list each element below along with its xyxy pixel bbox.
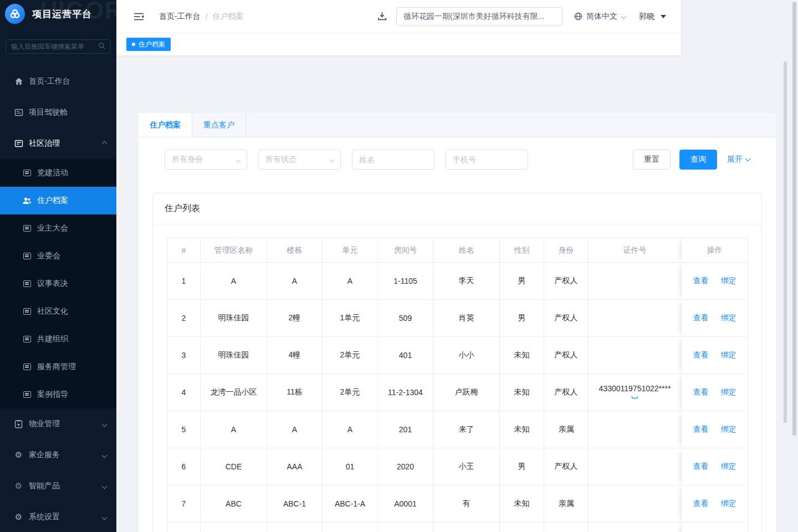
cell-index: 5 [167,411,201,448]
view-link[interactable]: 查看 [693,499,709,508]
cell-room [378,523,433,532]
menu-search-input[interactable] [11,43,98,50]
logo-icon [5,4,25,24]
sidebar-group-home-services[interactable]: ⚙ 家企服务 [0,439,116,470]
sidebar-item-case-guidance[interactable]: 案例指导 [0,381,116,408]
sidebar-item-home[interactable]: 首页-工作台 [0,66,116,97]
sidebar-item-service-provider[interactable]: 服务商管理 [0,353,116,381]
cell-building: 4幢 [267,337,323,374]
outer-scrollbar-thumb[interactable] [792,2,796,436]
sidebar-item-resident-archive[interactable]: 住户档案 [0,187,116,214]
view-link[interactable]: 查看 [693,276,709,285]
sidebar-item-community-culture[interactable]: 社区文化 [0,298,116,325]
cell-id-number [589,300,682,337]
doc-icon [22,253,32,259]
cell-identity: 产权人 [544,374,589,411]
dashboard-icon [14,108,23,117]
sidebar-item-co-building-org[interactable]: 共建组织 [0,325,116,353]
cell-name [433,523,500,532]
cell-building: ABC-1 [267,485,323,523]
topbar-row: 首页-工作台 / 住户档案 循环花园一期(深圳市美好循环科技有限... [116,0,681,33]
bind-link[interactable]: 绑定 [720,313,736,322]
sidebar-menu-search[interactable] [6,39,111,54]
eye-invisible-icon[interactable] [631,395,639,401]
app-root: HIGORE 项目运营平台 首页-工作台 [0,0,798,532]
bind-link[interactable]: 绑定 [720,387,736,396]
identity-select[interactable]: 所有身份 [165,150,247,170]
expand-link[interactable]: 展开 [727,155,750,165]
sub-item-label: 议事表决 [37,279,68,289]
phone-input[interactable] [453,155,521,164]
gear-outline-icon: ⚙ [14,482,23,490]
sidebar-item-owners-committee[interactable]: 业委会 [0,242,116,270]
cell-building: A [267,411,323,448]
clipboard-heart-icon [14,420,23,428]
bind-link[interactable]: 绑定 [720,350,736,359]
sidebar-item-label: 首页-工作台 [29,76,70,86]
table-row: 3 明珠佳园 4幢 2单元 401 小小 未知 产权人 查看 绑定 [167,337,748,374]
cell-id-number [589,523,682,532]
active-page-tag[interactable]: 住户档案 [126,38,171,51]
view-link[interactable]: 查看 [693,387,709,396]
sidebar-item-owners-meeting[interactable]: 业主大会 [0,214,116,242]
user-name: 郭晓 [639,12,654,22]
sidebar-group-smart-products[interactable]: ⚙ 智能产品 [0,470,116,502]
table-row: 8 查看 绑定 [167,523,748,532]
search-icon [98,42,105,51]
bind-link[interactable]: 绑定 [720,276,736,285]
chevron-down-icon [621,14,627,19]
home-icon [14,77,23,86]
sidebar-group-system-settings[interactable]: ⚙ 系统设置 [0,502,116,532]
chevron-down-icon [102,514,108,520]
cell-room: A0001 [378,485,433,523]
sidebar: HIGORE 项目运营平台 首页-工作台 [0,0,116,532]
cell-gender: 未知 [500,374,544,411]
search-button[interactable]: 查询 [679,150,717,170]
sub-item-label: 案例指导 [37,390,68,400]
caret-down-icon [661,15,666,18]
column-header: 操作 [682,238,748,263]
column-header: 房间号 [378,238,433,263]
view-link[interactable]: 查看 [693,424,709,433]
cell-index: 2 [167,300,201,337]
breadcrumb-home[interactable]: 首页-工作台 [159,12,201,22]
reset-button[interactable]: 重置 [633,150,671,170]
view-link[interactable]: 查看 [693,313,709,322]
status-select[interactable]: 所有状态 [258,150,341,170]
view-link[interactable]: 查看 [693,462,709,470]
phone-field-wrap [446,150,528,170]
cell-identity: 产权人 [544,337,589,374]
column-header: # [167,238,201,263]
cell-building: 11栋 [267,374,323,411]
cell-identity: 亲属 [544,485,589,523]
bind-link[interactable]: 绑定 [720,462,736,470]
sidebar-item-party-activity[interactable]: 党建活动 [0,159,116,187]
name-input[interactable] [359,155,427,164]
tab-resident-archive[interactable]: 住户档案 [139,113,192,137]
bind-link[interactable]: 绑定 [720,424,736,433]
cell-unit: 2单元 [323,374,378,411]
tab-key-customers[interactable]: 重点客户 [192,113,246,137]
content-area: 住户档案 重点客户 所有身份 所有状态 [116,55,798,532]
sidebar-item-deliberation-vote[interactable]: 议事表决 [0,270,116,298]
sidebar-group-property[interactable]: 物业管理 [0,408,116,439]
menu-fold-icon[interactable] [134,13,144,21]
language-switcher[interactable]: 简体中文 [574,12,626,22]
cell-name: 小小 [433,337,500,374]
cell-index: 3 [167,337,201,374]
download-icon[interactable] [377,12,387,21]
bind-link[interactable]: 绑定 [720,499,736,508]
sidebar-group-community[interactable]: 社区治理 [0,128,116,159]
user-menu[interactable]: 郭晓 [639,12,666,22]
view-link[interactable]: 查看 [693,350,709,359]
cell-name: 肖英 [433,300,500,337]
cell-id-number [589,263,682,300]
cell-actions: 查看 绑定 [682,263,748,300]
cell-gender: 男 [500,300,544,337]
tabs-header: 住户档案 重点客户 [139,113,776,137]
cell-index: 6 [167,448,201,485]
project-select[interactable]: 循环花园一期(深圳市美好循环科技有限... [396,7,562,26]
inner-scrollbar-thumb[interactable] [784,62,787,423]
resident-table-body: 1 A A A 1-1105 李天 男 产权人 查看 绑定 2 明珠佳园 2幢 … [167,263,748,532]
sidebar-item-cockpit[interactable]: 项目驾驶舱 [0,97,116,128]
